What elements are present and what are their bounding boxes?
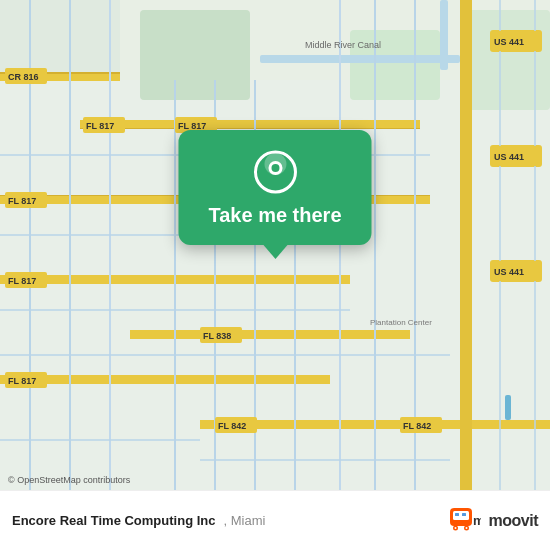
svg-text:FL 817: FL 817 (8, 376, 36, 386)
svg-text:FL 817: FL 817 (8, 196, 36, 206)
moovit-brand-icon: m (449, 505, 481, 537)
svg-text:© OpenStreetMap contributors: © OpenStreetMap contributors (8, 475, 131, 485)
svg-text:CR 816: CR 816 (8, 72, 39, 82)
svg-rect-89 (462, 513, 466, 516)
svg-point-73 (271, 164, 279, 172)
svg-rect-16 (130, 330, 410, 339)
svg-rect-20 (460, 0, 472, 490)
svg-rect-70 (505, 395, 511, 420)
svg-rect-15 (0, 375, 330, 384)
svg-rect-3 (140, 10, 250, 100)
location-pin-icon (253, 150, 297, 194)
svg-text:FL 838: FL 838 (203, 331, 231, 341)
moovit-brand-text: moovit (489, 512, 538, 530)
svg-text:Middle River Canal: Middle River Canal (305, 40, 381, 50)
svg-rect-88 (455, 513, 459, 516)
business-name: Encore Real Time Computing Inc (12, 513, 215, 528)
svg-text:FL 817: FL 817 (8, 276, 36, 286)
svg-text:US 441: US 441 (494, 37, 524, 47)
svg-rect-10 (80, 120, 420, 129)
svg-text:Plantation Center: Plantation Center (370, 318, 432, 327)
take-me-there-button[interactable]: Take me there (208, 204, 341, 227)
svg-text:FL 842: FL 842 (218, 421, 246, 431)
business-city: , Miami (223, 513, 265, 528)
svg-text:FL 817: FL 817 (86, 121, 114, 131)
svg-text:m: m (473, 513, 481, 528)
svg-rect-6 (260, 55, 460, 63)
svg-point-87 (465, 527, 467, 529)
svg-text:US 441: US 441 (494, 152, 524, 162)
svg-text:FL 842: FL 842 (403, 421, 431, 431)
footer-bar: Encore Real Time Computing Inc , Miami m… (0, 490, 550, 550)
svg-rect-5 (460, 10, 550, 110)
svg-rect-7 (440, 0, 448, 70)
map-view: CR 816 FL 817 FL 817 FL 817 FL 817 FL 81… (0, 0, 550, 490)
svg-text:US 441: US 441 (494, 267, 524, 277)
svg-rect-11 (80, 128, 420, 129)
popup-card: Take me there (178, 130, 371, 245)
svg-point-86 (454, 527, 456, 529)
